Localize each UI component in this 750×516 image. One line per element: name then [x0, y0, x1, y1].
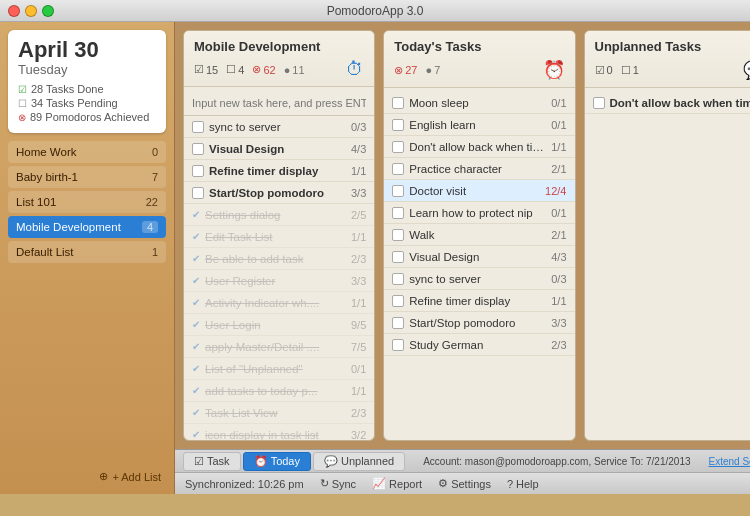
sidebar-item-babybirth[interactable]: Baby birth-1 7: [8, 166, 166, 188]
task-score: 2/1: [551, 229, 566, 241]
sidebar-item-list101[interactable]: List 101 22: [8, 191, 166, 213]
add-list-button[interactable]: ⊕ + Add List: [8, 467, 166, 486]
task-score: 0/1: [551, 207, 566, 219]
task-checkbox[interactable]: [392, 141, 404, 153]
task-score: 0/3: [551, 273, 566, 285]
task-checkbox[interactable]: [392, 185, 404, 197]
help-button[interactable]: ? Help: [507, 478, 539, 490]
checkbox-icon3: ☑: [595, 64, 605, 77]
table-row[interactable]: ✔ Task List View 2/3: [184, 402, 374, 424]
task-score: 1/1: [351, 165, 366, 177]
alarm-icon: ⏰: [543, 59, 565, 81]
task-name: Doctor visit: [409, 185, 540, 197]
square-icon: ☐: [18, 98, 27, 109]
minimize-button[interactable]: [25, 5, 37, 17]
table-row[interactable]: ✔ add tasks to today p... 1/1: [184, 380, 374, 402]
table-row[interactable]: ✔ Activity Indicator wh.... 1/1: [184, 292, 374, 314]
maximize-button[interactable]: [42, 5, 54, 17]
sidebar-item-mobiledev[interactable]: Mobile Development 4: [8, 216, 166, 238]
sidebar-item-defaultlist[interactable]: Default List 1: [8, 241, 166, 263]
table-row[interactable]: ✔ Settings dialog 2/5: [184, 204, 374, 226]
task-checkbox[interactable]: [392, 163, 404, 175]
task-name: Activity Indicator wh....: [205, 297, 346, 309]
tab-today[interactable]: ⏰ Today: [243, 452, 311, 471]
task-score: 1/1: [551, 295, 566, 307]
checkmark-icon: ✔: [192, 363, 200, 374]
sync-icon: ↻: [320, 477, 329, 490]
columns-container: Mobile Development ☑ 15 ☐ 4: [175, 22, 750, 449]
task-name: User Login: [205, 319, 346, 331]
task-name: List of "Unplanned": [205, 363, 346, 375]
square-icon2: ☐: [226, 63, 236, 76]
col-stats-mobile-dev: ☑ 15 ☐ 4 ⊗ 62: [194, 63, 305, 76]
task-checkbox[interactable]: [392, 119, 404, 131]
task-score: 2/5: [351, 209, 366, 221]
task-checkbox[interactable]: [392, 97, 404, 109]
table-row[interactable]: Practice character 2/1: [384, 158, 574, 180]
table-row[interactable]: Start/Stop pomodoro 3/3: [384, 312, 574, 334]
task-checkbox[interactable]: [192, 187, 204, 199]
checkmark-icon: ✔: [192, 319, 200, 330]
task-checkbox[interactable]: [392, 207, 404, 219]
tab-bar: ☑ Task ⏰ Today 💬 Unplanned Account: maso…: [175, 450, 750, 472]
task-name: Visual Design: [209, 143, 346, 155]
report-button[interactable]: 📈 Report: [372, 477, 422, 490]
settings-button[interactable]: ⚙ Settings: [438, 477, 491, 490]
table-row[interactable]: ✔ apply Master/Detail .... 7/5: [184, 336, 374, 358]
col-stats-today: ⊗ 27 ● 7: [394, 64, 440, 77]
table-row[interactable]: Refine timer display 1/1: [184, 160, 374, 182]
table-row[interactable]: ✔ List of "Unplanned" 0/1: [184, 358, 374, 380]
new-task-input[interactable]: [192, 97, 366, 109]
table-row[interactable]: Learn how to protect nip 0/1: [384, 202, 574, 224]
app-title: PomodoroApp 3.0: [327, 4, 424, 18]
table-row[interactable]: Doctor visit 12/4: [384, 180, 574, 202]
pomodoros-stat: ⊗ 89 Pomodoros Achieved: [18, 111, 156, 123]
table-row[interactable]: Refine timer display 1/1: [384, 290, 574, 312]
tab-task[interactable]: ☑ Task: [183, 452, 241, 471]
table-row[interactable]: ✔ Edit Task List 1/1: [184, 226, 374, 248]
table-row[interactable]: ✔ icon display in task list 3/2: [184, 424, 374, 440]
check-icon: ☑: [18, 84, 27, 95]
stat-checkbox3: ☑ 0: [595, 64, 613, 77]
task-name: Settings dialog: [205, 209, 346, 221]
task-score: 7/5: [351, 341, 366, 353]
table-row[interactable]: Visual Design 4/3: [384, 246, 574, 268]
task-checkbox[interactable]: [392, 339, 404, 351]
table-row[interactable]: Don't allow back when timer p...: [585, 92, 751, 114]
task-score: 3/3: [351, 187, 366, 199]
table-row[interactable]: English learn 0/1: [384, 114, 574, 136]
task-checkbox[interactable]: [392, 251, 404, 263]
table-row[interactable]: ✔ User Register 3/3: [184, 270, 374, 292]
table-row[interactable]: Don't allow back when tim... 1/1: [384, 136, 574, 158]
table-row[interactable]: Visual Design 4/3: [184, 138, 374, 160]
date-display: April 30: [18, 38, 156, 62]
task-checkbox[interactable]: [192, 165, 204, 177]
task-checkbox[interactable]: [392, 229, 404, 241]
clock-tab-icon: ⏰: [254, 455, 268, 468]
table-row[interactable]: Moon sleep 0/1: [384, 92, 574, 114]
account-info: Account: mason@pomodoroapp.com, Service …: [407, 456, 706, 467]
table-row[interactable]: sync to server 0/3: [384, 268, 574, 290]
task-checkbox[interactable]: [192, 143, 204, 155]
extend-service-link[interactable]: Extend Service: [709, 456, 751, 467]
sidebar-item-homework[interactable]: Home Work 0: [8, 141, 166, 163]
table-row[interactable]: ✔ User Login 9/5: [184, 314, 374, 336]
task-checkbox[interactable]: [392, 273, 404, 285]
table-row[interactable]: sync to server 0/3: [184, 116, 374, 138]
task-name: Practice character: [409, 163, 546, 175]
task-score: 0/1: [351, 363, 366, 375]
chat-tab-icon: 💬: [324, 455, 338, 468]
bottom-bar: ☑ Task ⏰ Today 💬 Unplanned Account: maso…: [175, 449, 750, 494]
task-checkbox[interactable]: [392, 295, 404, 307]
task-name: Start/Stop pomodoro: [209, 187, 346, 199]
task-checkbox[interactable]: [192, 121, 204, 133]
sync-button[interactable]: ↻ Sync: [320, 477, 356, 490]
task-checkbox[interactable]: [392, 317, 404, 329]
close-button[interactable]: [8, 5, 20, 17]
table-row[interactable]: Study German 2/3: [384, 334, 574, 356]
task-checkbox[interactable]: [593, 97, 605, 109]
table-row[interactable]: Walk 2/1: [384, 224, 574, 246]
table-row[interactable]: ✔ Be able to add task 2/3: [184, 248, 374, 270]
table-row[interactable]: Start/Stop pomodoro 3/3: [184, 182, 374, 204]
tab-unplanned[interactable]: 💬 Unplanned: [313, 452, 405, 471]
